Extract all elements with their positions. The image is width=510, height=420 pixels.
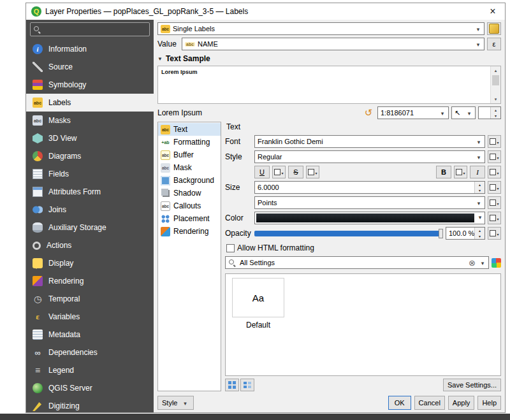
bold-button[interactable]: B: [436, 166, 451, 178]
save-settings-button[interactable]: Save Settings...: [443, 379, 501, 391]
sample-spinbox[interactable]: [478, 106, 501, 119]
font-style-combo[interactable]: Regular: [254, 150, 485, 163]
clear-filter-icon[interactable]: ⊗: [469, 258, 476, 268]
italic-button[interactable]: I: [470, 166, 485, 178]
close-icon[interactable]: ×: [486, 6, 500, 17]
text-sample-preview: Lorem Ipsum: [157, 66, 501, 104]
size-unit-combo[interactable]: Points: [254, 196, 485, 209]
tab-label: Placement: [173, 214, 210, 223]
opacity-spinbox[interactable]: 100.0 %: [446, 227, 485, 240]
allow-html-checkbox[interactable]: [226, 244, 235, 252]
sidebar-item-information[interactable]: iInformation: [26, 40, 154, 58]
sidebar-item-metadata[interactable]: Metadata: [26, 326, 154, 344]
data-defined-override-button[interactable]: [488, 150, 501, 163]
sidebar-item-rendering[interactable]: Rendering: [26, 272, 154, 290]
tab-placement[interactable]: Placement: [158, 212, 221, 225]
tab-callouts[interactable]: abcCallouts: [158, 199, 221, 212]
reset-sample-icon[interactable]: ↺: [362, 106, 375, 119]
tab-shadow[interactable]: Shadow: [158, 187, 221, 199]
preset-sample-text: Aa: [252, 293, 264, 303]
settings-tree-icon[interactable]: [492, 258, 501, 268]
text-sample-header[interactable]: ▼ Text Sample: [157, 54, 501, 63]
scroll-up-icon[interactable]: [491, 66, 500, 75]
sidebar-search[interactable]: [30, 22, 150, 36]
tab-formatting[interactable]: +abFormatting: [158, 136, 221, 148]
tab-text[interactable]: abcText: [158, 123, 221, 136]
opacity-slider[interactable]: [254, 231, 443, 236]
sidebar-item-labels[interactable]: abcLabels: [26, 94, 154, 112]
data-defined-override-button[interactable]: [488, 135, 501, 148]
size-spinbox[interactable]: 6.0000: [254, 181, 485, 194]
spin-down-icon[interactable]: [475, 233, 484, 239]
tab-mask[interactable]: abcMask: [158, 161, 221, 174]
sidebar-item-dependencies[interactable]: ∞Dependencies: [26, 344, 154, 361]
spin-up-icon[interactable]: [491, 107, 500, 113]
tab-background[interactable]: Background: [158, 174, 221, 187]
sidebar-item-source[interactable]: Source: [26, 58, 154, 76]
underline-button[interactable]: U: [254, 166, 270, 178]
font-color-button[interactable]: [254, 212, 485, 224]
sidebar-item-temporal[interactable]: ◷Temporal: [26, 290, 154, 308]
preview-scale-combo[interactable]: 1:8186071: [377, 106, 449, 119]
style-presets-area: Aa Default: [225, 273, 501, 376]
scroll-down-icon[interactable]: [491, 95, 500, 103]
sidebar-item-digitizing[interactable]: Digitizing: [26, 397, 154, 412]
style-menu-button[interactable]: Style: [157, 396, 194, 410]
data-defined-override-button[interactable]: [272, 166, 286, 178]
sidebar-item-qgis-server[interactable]: QGIS Server: [26, 379, 154, 397]
strikethrough-button[interactable]: S: [288, 166, 303, 178]
override-icon: [490, 215, 496, 221]
style-filter-input[interactable]: [238, 258, 466, 267]
tab-label: Buffer: [173, 150, 194, 159]
sidebar-item-joins[interactable]: Joins: [26, 201, 154, 219]
text-sample-title: Text Sample: [166, 54, 210, 63]
sidebar-search-input[interactable]: [43, 25, 147, 34]
apply-button[interactable]: Apply: [448, 396, 475, 410]
data-defined-override-button[interactable]: [488, 227, 501, 240]
sidebar-item-actions[interactable]: Actions: [26, 236, 154, 254]
list-view-button[interactable]: [240, 379, 254, 391]
sidebar-item-3d-view[interactable]: 3D View: [26, 129, 154, 147]
icon-view-button[interactable]: [225, 379, 239, 391]
data-defined-override-button[interactable]: [488, 212, 501, 224]
tab-rendering[interactable]: Rendering: [158, 225, 221, 238]
sidebar-item-symbology[interactable]: Symbology: [26, 76, 154, 94]
label-mode-combo[interactable]: abc Single Labels: [157, 22, 484, 35]
value-field-combo[interactable]: abc NAME: [182, 38, 484, 50]
sidebar-item-variables[interactable]: εVariables: [26, 308, 154, 326]
sidebar-item-masks[interactable]: abcMasks: [26, 112, 154, 129]
sidebar-item-auxiliary-storage[interactable]: Auxiliary Storage: [26, 219, 154, 236]
sidebar-item-fields[interactable]: Fields: [26, 165, 154, 183]
spin-down-icon[interactable]: [491, 113, 500, 119]
joins-icon: [33, 205, 43, 215]
help-button[interactable]: Help: [477, 396, 501, 410]
data-defined-override-button[interactable]: [454, 166, 467, 178]
sidebar-item-diagrams[interactable]: Diagrams: [26, 147, 154, 165]
slider-handle[interactable]: [439, 229, 443, 238]
scrollbar-thumb[interactable]: [492, 75, 499, 85]
expression-builder-button[interactable]: ε: [487, 38, 501, 50]
chevron-down-icon[interactable]: [478, 258, 487, 267]
sidebar-item-display[interactable]: Display: [26, 254, 154, 272]
spin-up-icon[interactable]: [475, 182, 484, 187]
data-defined-override-button[interactable]: [488, 196, 501, 209]
spin-down-icon[interactable]: [475, 187, 484, 193]
data-defined-override-button[interactable]: [488, 166, 501, 178]
preset-caption: Default: [232, 321, 284, 329]
sample-scrollbar[interactable]: [490, 66, 500, 103]
data-defined-override-button[interactable]: [488, 181, 501, 194]
map-settings-combo[interactable]: ↖: [451, 106, 476, 119]
tab-buffer[interactable]: abcBuffer: [158, 148, 221, 161]
ok-button[interactable]: OK: [388, 396, 411, 410]
spin-up-icon[interactable]: [475, 228, 484, 233]
auto-placement-settings-button[interactable]: [487, 22, 501, 35]
masks-icon: abc: [33, 115, 43, 126]
data-defined-override-button[interactable]: [306, 166, 319, 178]
style-preset-item[interactable]: Aa Default: [232, 278, 284, 329]
sidebar-item-attributes-form[interactable]: Attributes Form: [26, 183, 154, 201]
sidebar-item-label: Actions: [47, 241, 71, 250]
sidebar-item-legend[interactable]: ≡Legend: [26, 361, 154, 379]
style-filter-combo[interactable]: ⊗: [225, 256, 489, 269]
cancel-button[interactable]: Cancel: [414, 396, 445, 410]
font-combo[interactable]: Franklin Gothic Demi: [254, 135, 485, 148]
